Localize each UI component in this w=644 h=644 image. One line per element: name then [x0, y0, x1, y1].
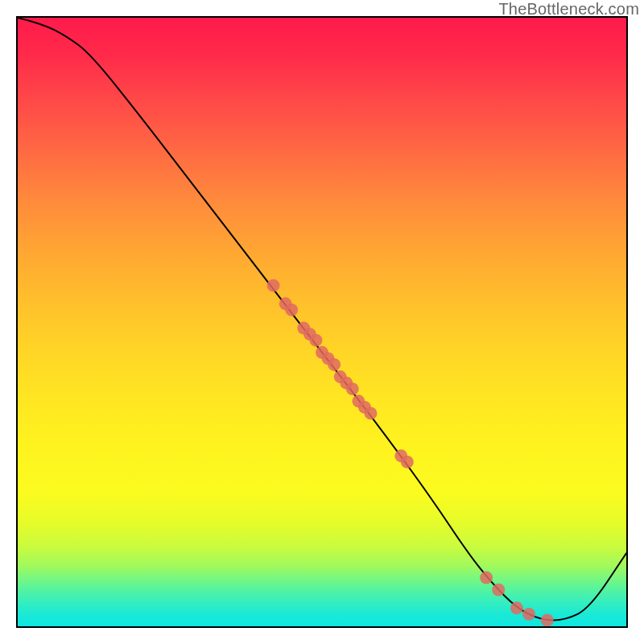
highlight-dot	[480, 572, 493, 584]
highlight-dot	[328, 358, 341, 371]
highlight-dot	[522, 608, 535, 621]
highlight-dot	[492, 584, 505, 597]
highlight-dot	[401, 456, 414, 469]
plot-area	[16, 16, 628, 628]
highlight-dot	[309, 334, 322, 347]
highlight-dot	[541, 613, 554, 626]
highlight-dot	[510, 601, 523, 614]
highlight-dot	[285, 303, 298, 316]
chart-svg	[18, 18, 626, 626]
bottleneck-curve	[18, 18, 626, 620]
chart-stage: TheBottleneck.com	[0, 0, 644, 644]
highlight-dot	[346, 382, 359, 395]
highlight-dot	[365, 407, 378, 419]
highlight-dots	[267, 279, 554, 626]
highlight-dot	[267, 279, 280, 292]
